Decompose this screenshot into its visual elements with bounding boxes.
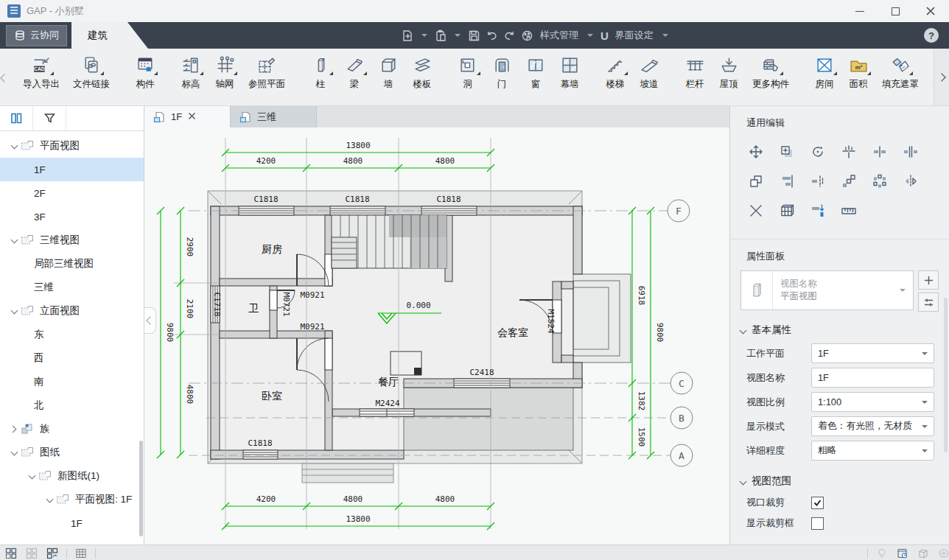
slab-button[interactable]: 楼板 bbox=[405, 53, 439, 102]
roof-button[interactable]: 屋顶 bbox=[712, 53, 746, 102]
tab-architecture[interactable]: 建筑 bbox=[71, 22, 148, 49]
panel-toggle-button[interactable] bbox=[0, 106, 33, 130]
tree-node-sheet-1f[interactable]: 1F bbox=[0, 511, 144, 535]
trim-button[interactable] bbox=[833, 137, 864, 167]
ramp-button[interactable]: 坡道 bbox=[632, 53, 666, 102]
property-filter-button[interactable] bbox=[918, 293, 939, 312]
save-icon[interactable] bbox=[468, 29, 480, 42]
paste-icon[interactable] bbox=[435, 29, 447, 42]
sidebar-scrollbar[interactable] bbox=[139, 441, 143, 536]
new-file-chevron-icon[interactable] bbox=[421, 34, 427, 37]
file-link-button[interactable]: 文件链接 bbox=[66, 53, 116, 102]
window-button[interactable]: 窗 bbox=[519, 53, 553, 102]
tree-node-3d-views[interactable]: 三维视图 bbox=[0, 228, 144, 252]
chevron-right-icon[interactable] bbox=[9, 427, 19, 432]
tree-node-family[interactable]: 族 bbox=[0, 417, 144, 441]
tree-node-west[interactable]: 西 bbox=[0, 346, 144, 370]
light-bulb-icon[interactable] bbox=[875, 547, 889, 560]
redo-icon[interactable] bbox=[503, 29, 516, 42]
tree-node-sheet-plan-1f[interactable]: 平面视图: 1F bbox=[0, 488, 144, 511]
chevron-down-icon[interactable] bbox=[9, 451, 19, 455]
curtain-wall-button[interactable]: 幕墙 bbox=[553, 53, 586, 102]
area-button[interactable]: m² 面积 bbox=[841, 53, 875, 102]
fill-mask-button[interactable]: 填充遮罩 bbox=[875, 53, 925, 102]
work-plane-select[interactable]: 1F bbox=[811, 343, 934, 363]
view-name-input[interactable]: 1F bbox=[811, 368, 934, 388]
reference-plane-button[interactable]: 参照平面 bbox=[242, 53, 292, 102]
chevron-down-icon[interactable] bbox=[9, 239, 19, 242]
beam-button[interactable]: 梁 bbox=[337, 53, 371, 102]
mirror-button[interactable] bbox=[895, 167, 926, 196]
array-linear-button[interactable] bbox=[833, 167, 864, 196]
chevron-down-icon[interactable] bbox=[27, 475, 37, 478]
tree-node-elevation-views[interactable]: 立面视图 bbox=[0, 299, 144, 323]
array-radial-button[interactable] bbox=[864, 167, 895, 196]
doc-tab-1f[interactable]: 1F bbox=[144, 106, 231, 127]
measure-button[interactable] bbox=[833, 196, 864, 225]
selection-filter-2-button[interactable] bbox=[25, 547, 38, 560]
level-button[interactable]: 标高 bbox=[174, 53, 208, 102]
door-button[interactable]: 门 bbox=[485, 53, 519, 102]
move-button[interactable] bbox=[740, 137, 771, 167]
railing-button[interactable]: 栏杆 bbox=[678, 53, 712, 102]
wall-button[interactable]: 墙 bbox=[371, 53, 405, 102]
ui-settings-menu[interactable]: 界面设定 bbox=[615, 29, 654, 42]
split-button[interactable] bbox=[864, 137, 895, 167]
view-scale-select[interactable]: 1:100 bbox=[811, 392, 934, 412]
split-element-button[interactable] bbox=[895, 137, 926, 167]
filter-button[interactable] bbox=[33, 106, 66, 130]
type-selector[interactable]: 视图名称 平面视图 bbox=[740, 270, 914, 310]
tree-node-north[interactable]: 北 bbox=[0, 393, 144, 417]
style-manage-menu[interactable]: 样式管理 bbox=[540, 29, 578, 42]
tree-node-partial-3d[interactable]: 局部三维视图 bbox=[0, 252, 144, 276]
tree-node-new-sheet[interactable]: 新图纸(1) bbox=[0, 464, 144, 488]
maximize-button[interactable] bbox=[890, 6, 900, 16]
ribbon-collapse-icon[interactable] bbox=[1, 71, 9, 81]
paste-chevron-icon[interactable] bbox=[455, 34, 461, 37]
flip-button[interactable] bbox=[802, 196, 833, 225]
help-button[interactable]: ? bbox=[924, 28, 939, 43]
axis-grid-button[interactable]: 轴网 bbox=[208, 53, 242, 102]
tree-node-1f[interactable]: 1F bbox=[0, 158, 144, 181]
palette-icon[interactable] bbox=[521, 29, 533, 42]
delete-button[interactable] bbox=[740, 196, 771, 225]
drawing-canvas[interactable]: 13800 4200 4800 4800 4200 4800 4800 1380… bbox=[144, 127, 729, 545]
tree-node-plan-views[interactable]: 平面视图 bbox=[0, 134, 144, 158]
sidebar-collapse-handle[interactable] bbox=[144, 307, 156, 334]
view-range-section[interactable]: 视图范围 bbox=[730, 463, 949, 492]
undo-icon[interactable] bbox=[486, 29, 498, 42]
performance-monitor-icon[interactable] bbox=[896, 547, 909, 560]
show-crop-box-checkbox[interactable] bbox=[811, 517, 824, 530]
tree-node-sheets[interactable]: 图纸 bbox=[0, 441, 144, 464]
align-button[interactable] bbox=[771, 167, 802, 196]
match-button[interactable] bbox=[740, 167, 771, 196]
offset-button[interactable] bbox=[802, 167, 833, 196]
close-button[interactable] bbox=[925, 6, 936, 16]
zoom-plus-icon[interactable] bbox=[937, 547, 949, 560]
chevron-down-icon[interactable] bbox=[44, 498, 55, 502]
new-file-icon[interactable] bbox=[402, 29, 414, 42]
display-mode-select[interactable]: 着色：有光照，无材质 bbox=[811, 416, 934, 436]
tree-node-south[interactable]: 南 bbox=[0, 370, 144, 393]
close-tab-icon[interactable] bbox=[188, 111, 196, 122]
style-manage-chevron-icon[interactable] bbox=[587, 34, 593, 37]
more-components-button[interactable]: 更多构件 bbox=[746, 53, 796, 102]
minimize-button[interactable] bbox=[855, 6, 865, 16]
import-export-button[interactable]: CAD 导入导出 bbox=[16, 53, 66, 102]
explode-button[interactable] bbox=[771, 196, 802, 225]
panel-scrollbar[interactable] bbox=[944, 298, 948, 452]
opening-button[interactable]: 洞 bbox=[451, 53, 485, 102]
tree-node-3f[interactable]: 3F bbox=[0, 205, 144, 228]
room-button[interactable]: 房间 bbox=[808, 53, 841, 102]
selection-undo-button[interactable] bbox=[46, 547, 59, 560]
rotate-button[interactable] bbox=[802, 137, 833, 167]
copy-button[interactable] bbox=[771, 137, 802, 167]
detail-level-select[interactable]: 粗略 bbox=[811, 441, 934, 461]
add-property-button[interactable] bbox=[918, 270, 939, 290]
viewport-crop-checkbox[interactable] bbox=[811, 497, 824, 509]
ribbon-expand-button[interactable] bbox=[934, 49, 949, 105]
doc-tab-3d[interactable]: 三维 bbox=[231, 106, 317, 127]
component-button[interactable]: 构件 bbox=[128, 53, 162, 102]
selection-filter-button[interactable] bbox=[4, 547, 18, 560]
chevron-down-icon[interactable] bbox=[9, 144, 19, 148]
